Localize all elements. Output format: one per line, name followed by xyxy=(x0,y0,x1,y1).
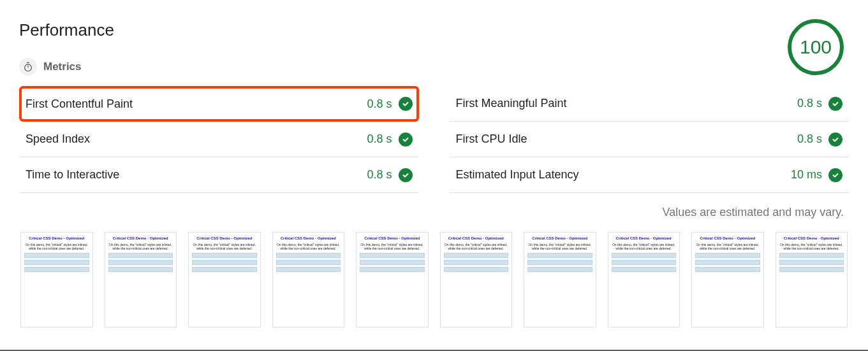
metric-name: Time to Interactive xyxy=(26,168,119,182)
metric-value: 0.8 s xyxy=(367,168,392,182)
thumb-desc: On this demo, the "critical" styles are … xyxy=(192,243,257,250)
thumb-row xyxy=(276,253,341,258)
thumb-row xyxy=(24,260,89,265)
thumb-row xyxy=(695,253,760,258)
thumb-desc: On this demo, the "critical" styles are … xyxy=(695,243,760,250)
thumb-row xyxy=(276,260,341,265)
metric-row[interactable]: First Contentful Paint0.8 s xyxy=(19,86,419,122)
thumb-title: Critical CSS Demo - Optimized xyxy=(695,236,760,241)
thumb-desc: On this demo, the "critical" styles are … xyxy=(527,243,592,250)
thumb-row xyxy=(108,260,173,265)
thumb-row xyxy=(360,260,425,265)
thumb-desc: On this demo, the "critical" styles are … xyxy=(24,243,89,250)
filmstrip-thumbnail[interactable]: Critical CSS Demo - OptimizedOn this dem… xyxy=(356,232,429,327)
filmstrip-thumbnail[interactable]: Critical CSS Demo - OptimizedOn this dem… xyxy=(188,232,261,327)
thumb-title: Critical CSS Demo - Optimized xyxy=(527,236,592,241)
thumb-row xyxy=(444,267,509,272)
thumb-title: Critical CSS Demo - Optimized xyxy=(108,236,173,241)
metric-value: 0.8 s xyxy=(367,133,392,146)
filmstrip-thumbnail[interactable]: Critical CSS Demo - OptimizedOn this dem… xyxy=(608,232,680,327)
metric-value: 0.8 s xyxy=(367,97,392,111)
metric-value: 10 ms xyxy=(791,168,822,182)
thumb-desc: On this demo, the "critical" styles are … xyxy=(360,243,425,250)
metric-row[interactable]: Time to Interactive0.8 s xyxy=(19,157,419,193)
metrics-grid: First Contentful Paint0.8 sSpeed Index0.… xyxy=(19,86,849,193)
filmstrip: Critical CSS Demo - OptimizedOn this dem… xyxy=(19,232,849,327)
thumb-row xyxy=(527,253,592,258)
metric-name: First Contentful Paint xyxy=(26,97,133,111)
thumb-desc: On this demo, the "critical" styles are … xyxy=(612,243,677,250)
thumb-desc: On this demo, the "critical" styles are … xyxy=(444,243,509,250)
thumb-desc: On this demo, the "critical" styles are … xyxy=(276,243,341,250)
thumb-row xyxy=(612,267,677,272)
metric-name: First CPU Idle xyxy=(456,133,527,146)
thumb-title: Critical CSS Demo - Optimized xyxy=(192,236,257,241)
metrics-section-label: Metrics xyxy=(43,61,82,73)
metric-row[interactable]: Speed Index0.8 s xyxy=(19,122,419,157)
thumb-row xyxy=(779,260,844,265)
check-icon xyxy=(399,97,413,111)
metric-value: 0.8 s xyxy=(797,133,822,146)
filmstrip-thumbnail[interactable]: Critical CSS Demo - OptimizedOn this dem… xyxy=(691,232,764,327)
thumb-desc: On this demo, the "critical" styles are … xyxy=(779,243,844,250)
thumb-row xyxy=(360,267,425,272)
check-icon xyxy=(399,133,413,147)
score-badge: 100 xyxy=(788,19,844,75)
thumb-row xyxy=(192,253,257,258)
filmstrip-thumbnail[interactable]: Critical CSS Demo - OptimizedOn this dem… xyxy=(440,232,513,327)
thumb-title: Critical CSS Demo - Optimized xyxy=(444,236,509,241)
thumb-title: Critical CSS Demo - Optimized xyxy=(276,236,341,241)
thumb-row xyxy=(612,260,677,265)
filmstrip-thumbnail[interactable]: Critical CSS Demo - OptimizedOn this dem… xyxy=(272,232,345,327)
thumb-row xyxy=(108,253,173,258)
metric-row[interactable]: First CPU Idle0.8 s xyxy=(450,122,850,157)
metric-name: Speed Index xyxy=(26,133,90,146)
check-icon xyxy=(828,97,842,111)
thumb-title: Critical CSS Demo - Optimized xyxy=(24,236,89,241)
thumb-row xyxy=(527,260,592,265)
thumb-row xyxy=(444,253,509,258)
metric-row[interactable]: First Meaningful Paint0.8 s xyxy=(450,86,850,122)
check-icon xyxy=(399,168,413,182)
metric-row[interactable]: Estimated Input Latency10 ms xyxy=(450,157,850,193)
check-icon xyxy=(828,168,842,182)
thumb-row xyxy=(276,267,341,272)
thumb-row xyxy=(779,267,844,272)
page-title: Performance xyxy=(19,20,849,40)
metric-name: Estimated Input Latency xyxy=(456,168,579,182)
metric-name: First Meaningful Paint xyxy=(456,97,567,110)
thumb-desc: On this demo, the "critical" styles are … xyxy=(108,243,173,250)
thumb-row xyxy=(108,267,173,272)
filmstrip-thumbnail[interactable]: Critical CSS Demo - OptimizedOn this dem… xyxy=(524,232,596,327)
thumb-row xyxy=(779,253,844,258)
thumb-row xyxy=(360,253,425,258)
thumb-title: Critical CSS Demo - Optimized xyxy=(612,236,677,241)
thumb-row xyxy=(444,260,509,265)
filmstrip-thumbnail[interactable]: Critical CSS Demo - OptimizedOn this dem… xyxy=(776,232,848,327)
check-icon xyxy=(828,133,842,147)
thumb-row xyxy=(695,267,760,272)
thumb-row xyxy=(192,260,257,265)
metric-value: 0.8 s xyxy=(797,97,822,110)
filmstrip-thumbnail[interactable]: Critical CSS Demo - OptimizedOn this dem… xyxy=(20,232,93,327)
metrics-section-header: Metrics xyxy=(19,58,849,76)
stopwatch-icon xyxy=(19,58,37,76)
thumb-row xyxy=(24,253,89,258)
thumb-row xyxy=(527,267,592,272)
thumb-title: Critical CSS Demo - Optimized xyxy=(360,236,425,241)
thumb-title: Critical CSS Demo - Optimized xyxy=(779,236,844,241)
thumb-row xyxy=(695,260,760,265)
thumb-row xyxy=(192,267,257,272)
filmstrip-thumbnail[interactable]: Critical CSS Demo - OptimizedOn this dem… xyxy=(105,232,177,327)
footnote: Values are estimated and may vary. xyxy=(19,206,849,219)
thumb-row xyxy=(24,267,89,272)
thumb-row xyxy=(612,253,677,258)
